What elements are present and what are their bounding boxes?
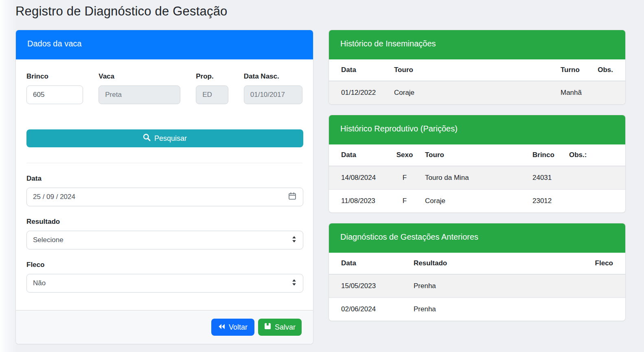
cell-sexo: F xyxy=(389,166,420,190)
resultado-label: Resultado xyxy=(26,218,302,226)
cell-touro: Touro da Mina xyxy=(420,166,528,190)
date-input[interactable]: 25 / 09 / 2024 xyxy=(26,188,303,206)
table-header-row: Data Resultado Fleco xyxy=(329,253,625,274)
previous-diagnoses-table: Data Resultado Fleco 15/05/2023 Prenha 0… xyxy=(329,253,625,321)
prop-input xyxy=(196,85,228,104)
fleco-select[interactable]: Não xyxy=(26,274,303,293)
data-nasc-label: Data Nasc. xyxy=(244,72,302,81)
column-header-obs: Obs. xyxy=(591,59,625,81)
column-header-obs: Obs.: xyxy=(564,144,625,166)
save-button-label: Salvar xyxy=(275,323,296,332)
date-value: 25 / 09 / 2024 xyxy=(33,193,75,201)
cell-data: 15/05/2023 xyxy=(329,274,409,298)
table-row: 15/05/2023 Prenha xyxy=(329,274,625,298)
table-row: 01/12/2022 Coraje Manhã xyxy=(329,81,625,104)
back-icon xyxy=(218,323,225,332)
cell-brinco: 23012 xyxy=(528,190,564,213)
cow-id-field-row: Brinco Vaca Prop. Data Nasc. xyxy=(26,72,302,104)
cell-turno: Manhã xyxy=(556,81,591,104)
cell-fleco xyxy=(585,298,625,321)
cell-obs xyxy=(564,190,625,213)
column-header-data: Data xyxy=(329,253,409,274)
column-header-fleco: Fleco xyxy=(585,253,625,274)
prop-label: Prop. xyxy=(196,72,228,81)
table-row: 02/06/2024 Prenha xyxy=(329,298,625,321)
reproductive-history-table: Data Sexo Touro Brinco Obs.: 14/08/2024 … xyxy=(329,144,625,212)
brinco-label: Brinco xyxy=(26,72,83,81)
column-header-sexo: Sexo xyxy=(389,144,420,166)
inseminations-header: Histórico de Inseminações xyxy=(329,30,625,59)
cell-resultado: Prenha xyxy=(409,298,585,321)
column-header-touro: Touro xyxy=(420,144,528,166)
date-label: Data xyxy=(26,175,302,183)
cell-obs xyxy=(591,81,625,104)
column-header-turno: Turno xyxy=(556,59,591,81)
prop-field-group: Prop. xyxy=(196,72,228,104)
cow-form-body: Brinco Vaca Prop. Data Nasc. xyxy=(16,59,313,310)
reproductive-history-header: Histórico Reprodutivo (Parições) xyxy=(329,115,625,144)
inseminations-card: Histórico de Inseminações Data Touro Tur… xyxy=(329,30,626,105)
back-button[interactable]: Voltar xyxy=(211,319,254,336)
column-header-brinco: Brinco xyxy=(528,144,564,166)
page-root: Registro de Diagnóstico de Gestação Dado… xyxy=(0,0,644,344)
column-header-touro: Touro xyxy=(389,59,556,81)
column-header-data: Data xyxy=(329,144,389,166)
reproductive-history-card: Histórico Reprodutivo (Parições) Data Se… xyxy=(329,115,626,213)
search-icon xyxy=(143,133,151,143)
history-column: Histórico de Inseminações Data Touro Tur… xyxy=(329,30,626,321)
form-divider xyxy=(26,163,302,163)
vaca-input xyxy=(99,85,180,104)
previous-diagnoses-header: Diagnósticos de Gestações Anteriores xyxy=(329,223,625,253)
select-arrows-icon xyxy=(291,236,297,245)
save-icon xyxy=(264,323,271,332)
cell-data: 11/08/2023 xyxy=(329,190,389,213)
save-button[interactable]: Salvar xyxy=(258,319,302,336)
search-button-label: Pesquisar xyxy=(154,134,187,143)
vaca-label: Vaca xyxy=(99,72,180,81)
cell-sexo: F xyxy=(389,190,420,213)
column-header-data: Data xyxy=(329,59,389,81)
cell-data: 02/06/2024 xyxy=(329,298,409,321)
table-row: 11/08/2023 F Coraje 23012 xyxy=(329,190,625,213)
cow-card-header: Dados da vaca xyxy=(16,30,313,59)
vaca-field-group: Vaca xyxy=(99,72,180,104)
inseminations-table: Data Touro Turno Obs. 01/12/2022 Coraje … xyxy=(329,59,625,104)
fleco-selected-value: Não xyxy=(33,279,46,287)
main-layout: Dados da vaca Brinco Vaca Prop. xyxy=(15,30,644,344)
table-row: 14/08/2024 F Touro da Mina 24031 xyxy=(329,166,625,190)
previous-diagnoses-card: Diagnósticos de Gestações Anteriores Dat… xyxy=(329,223,626,321)
data-nasc-input xyxy=(244,85,302,104)
column-header-resultado: Resultado xyxy=(409,253,585,274)
data-nasc-field-group: Data Nasc. xyxy=(244,72,302,104)
select-arrows-icon xyxy=(291,279,297,288)
table-header-row: Data Touro Turno Obs. xyxy=(329,59,625,81)
cell-touro: Coraje xyxy=(389,81,556,104)
page-title: Registro de Diagnóstico de Gestação xyxy=(15,4,644,19)
cell-resultado: Prenha xyxy=(409,274,585,298)
brinco-field-group: Brinco xyxy=(26,72,83,104)
brinco-input[interactable] xyxy=(26,85,83,104)
cell-obs xyxy=(564,166,625,190)
cell-data: 14/08/2024 xyxy=(329,166,389,190)
search-button[interactable]: Pesquisar xyxy=(26,129,303,147)
resultado-select[interactable]: Selecione xyxy=(26,231,303,249)
calendar-icon[interactable] xyxy=(288,192,297,203)
resultado-selected-value: Selecione xyxy=(33,236,64,244)
cell-data: 01/12/2022 xyxy=(329,81,389,104)
cell-brinco: 24031 xyxy=(528,166,564,190)
table-header-row: Data Sexo Touro Brinco Obs.: xyxy=(329,144,625,166)
form-footer: Voltar Salvar xyxy=(16,310,313,344)
fleco-label: Fleco xyxy=(26,261,302,269)
cell-fleco xyxy=(585,274,625,298)
cow-data-card: Dados da vaca Brinco Vaca Prop. xyxy=(15,30,313,344)
back-button-label: Voltar xyxy=(229,323,248,332)
cell-touro: Coraje xyxy=(420,190,528,213)
